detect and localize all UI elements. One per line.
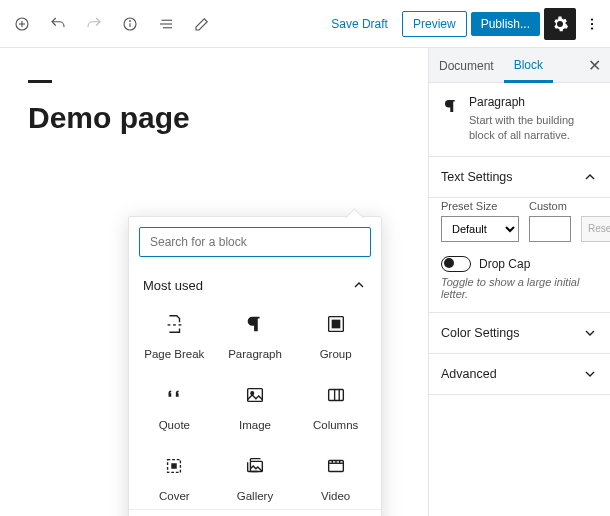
text-settings-title: Text Settings (441, 170, 513, 184)
block-item-columns[interactable]: Columns (298, 374, 373, 439)
settings-sidebar: Document Block ✕ Paragraph Start with th… (428, 48, 610, 516)
more-menu-button[interactable] (580, 8, 604, 40)
topbar-left (6, 8, 218, 40)
chevron-up-icon (582, 169, 598, 185)
drop-cap-toggle[interactable] (441, 256, 471, 272)
block-item-paragraph[interactable]: Paragraph (218, 303, 293, 368)
close-sidebar-button[interactable]: ✕ (578, 49, 610, 81)
block-inserter-popover: Most used Page BreakParagraphGroupQuoteI… (128, 216, 382, 516)
text-settings-panel-toggle[interactable]: Text Settings (429, 157, 610, 198)
inserter-footer (129, 509, 381, 516)
main-area: Demo page Most used Page BreakParagraphG… (0, 48, 610, 516)
editor-canvas[interactable]: Demo page Most used Page BreakParagraphG… (0, 48, 428, 516)
block-item-gallery[interactable]: Gallery (218, 445, 293, 509)
block-grid: Page BreakParagraphGroupQuoteImageColumn… (137, 303, 373, 509)
block-item-label: Cover (159, 490, 190, 502)
svg-point-5 (130, 20, 131, 21)
block-grid-scroll[interactable]: Page BreakParagraphGroupQuoteImageColumn… (129, 303, 381, 509)
topbar-right: Save Draft Preview Publish... (321, 8, 604, 40)
page-title[interactable]: Demo page (28, 101, 400, 135)
block-item-label: Paragraph (228, 348, 282, 360)
block-item-label: Image (239, 419, 271, 431)
advanced-title: Advanced (441, 367, 497, 381)
title-decoration (28, 80, 52, 83)
color-settings-panel-toggle[interactable]: Color Settings (429, 313, 610, 354)
publish-button[interactable]: Publish... (471, 12, 540, 36)
block-card-title: Paragraph (469, 95, 598, 109)
sidebar-tabs: Document Block ✕ (429, 48, 610, 83)
drop-cap-description: Toggle to show a large initial letter. (441, 276, 598, 300)
block-item-video[interactable]: Video (298, 445, 373, 509)
undo-button[interactable] (42, 8, 74, 40)
svg-rect-16 (332, 320, 339, 327)
preset-size-label: Preset Size (441, 200, 519, 212)
block-item-image[interactable]: Image (218, 374, 293, 439)
edit-button[interactable] (186, 8, 218, 40)
video-icon (325, 455, 347, 480)
svg-rect-19 (328, 390, 343, 401)
svg-point-10 (591, 22, 593, 24)
drop-cap-label: Drop Cap (479, 257, 530, 271)
paragraph-icon (244, 313, 266, 338)
block-card-description: Start with the building block of all nar… (469, 113, 598, 144)
custom-size-label: Custom (529, 200, 571, 212)
block-item-label: Quote (159, 419, 190, 431)
preview-button[interactable]: Preview (402, 11, 467, 37)
block-item-quote[interactable]: Quote (137, 374, 212, 439)
outline-button[interactable] (150, 8, 182, 40)
group-icon (325, 313, 347, 338)
block-item-group[interactable]: Group (298, 303, 373, 368)
tab-block[interactable]: Block (504, 48, 553, 83)
color-settings-title: Color Settings (441, 326, 520, 340)
block-item-label: Page Break (144, 348, 204, 360)
advanced-panel-toggle[interactable]: Advanced (429, 354, 610, 395)
block-item-label: Columns (313, 419, 358, 431)
tab-document[interactable]: Document (429, 49, 504, 81)
block-item-label: Gallery (237, 490, 273, 502)
block-item-label: Video (321, 490, 350, 502)
info-button[interactable] (114, 8, 146, 40)
save-draft-button[interactable]: Save Draft (321, 11, 398, 37)
custom-size-input[interactable] (529, 216, 571, 242)
block-search-input[interactable] (139, 227, 371, 257)
paragraph-icon (441, 95, 461, 144)
page-break-icon (163, 313, 185, 338)
chevron-down-icon (582, 325, 598, 341)
gallery-icon (244, 455, 266, 480)
block-item-cover[interactable]: Cover (137, 445, 212, 509)
reset-button[interactable]: Reset (581, 216, 610, 242)
most-used-panel-toggle[interactable]: Most used (129, 267, 381, 303)
preset-size-select[interactable]: Default (441, 216, 519, 242)
svg-point-11 (591, 27, 593, 29)
redo-button[interactable] (78, 8, 110, 40)
text-settings-body: Preset Size Default Custom Reset Drop Ca… (429, 198, 610, 313)
quote-icon (163, 384, 185, 409)
most-used-label: Most used (143, 278, 203, 293)
svg-rect-17 (248, 389, 263, 402)
add-block-button[interactable] (6, 8, 38, 40)
block-item-label: Group (320, 348, 352, 360)
settings-button[interactable] (544, 8, 576, 40)
block-card: Paragraph Start with the building block … (429, 83, 610, 157)
image-icon (244, 384, 266, 409)
chevron-down-icon (582, 366, 598, 382)
chevron-up-icon (351, 277, 367, 293)
block-item-page-break[interactable]: Page Break (137, 303, 212, 368)
cover-icon (163, 455, 185, 480)
editor-topbar: Save Draft Preview Publish... (0, 0, 610, 48)
svg-point-9 (591, 18, 593, 20)
svg-rect-22 (172, 463, 178, 469)
columns-icon (325, 384, 347, 409)
